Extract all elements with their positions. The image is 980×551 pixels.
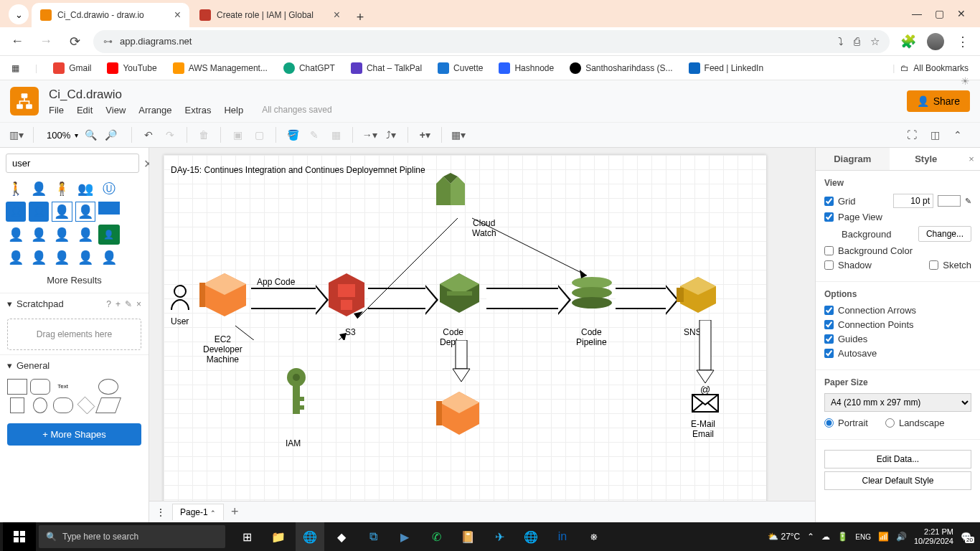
diagram-paper[interactable]: DAy-15: Continues Integration and Contin… — [164, 155, 766, 522]
arrow-pipeline-sns[interactable] — [616, 288, 666, 309]
line-color-icon[interactable]: ✎ — [306, 127, 322, 143]
help-icon[interactable]: ? — [106, 299, 111, 309]
change-bg-button[interactable]: Change... — [918, 226, 971, 242]
shape-textbox[interactable] — [76, 379, 96, 395]
add-icon[interactable]: + — [116, 299, 121, 309]
shape-badge-user[interactable]: 👤 — [6, 202, 26, 222]
browser-tab-active[interactable]: Ci_Cd.drawio - draw.io × — [32, 3, 189, 27]
screen-icon[interactable]: ⎙ — [854, 35, 860, 47]
site-settings-icon[interactable]: ⊶ — [103, 36, 113, 47]
edit-icon[interactable]: ✎ — [965, 197, 971, 206]
shape-user-circle[interactable]: Ⓤ — [98, 179, 120, 199]
notifications-icon[interactable]: 💬20 — [961, 532, 971, 542]
menu-edit[interactable]: Edit — [77, 105, 93, 116]
tray-cloud-icon[interactable]: ☁ — [821, 532, 830, 542]
tray-chevron-icon[interactable]: ⌃ — [807, 532, 814, 542]
minimize-icon[interactable]: — — [912, 8, 922, 19]
shape-user-b1[interactable]: 👤 — [29, 248, 49, 268]
tray-clock[interactable]: 2:21 PM 10/29/2024 — [914, 527, 953, 546]
shape-user-blue[interactable]: 🧍 — [52, 179, 72, 199]
node-email[interactable]: @ — [691, 386, 720, 416]
start-button[interactable] — [3, 522, 36, 551]
tab-style[interactable]: Style — [890, 148, 963, 170]
bookmark-chatgpt[interactable]: ChatGPT — [283, 62, 335, 74]
node-codedeploy[interactable] — [436, 270, 483, 319]
tray-wifi-icon[interactable]: 📶 — [878, 532, 889, 542]
shape-user-card[interactable] — [98, 202, 120, 215]
shape-pill[interactable] — [53, 397, 73, 413]
more-results-button[interactable]: More Results — [0, 268, 149, 293]
shape-user-line[interactable]: 👤 — [29, 225, 49, 245]
node-codepipeline[interactable] — [569, 270, 616, 319]
extensions-icon[interactable]: 🧩 — [898, 32, 918, 52]
connection-icon[interactable]: →▾ — [362, 127, 377, 143]
bookmark-youtube[interactable]: YouTube — [107, 62, 156, 74]
arrow-codedeploy-pipeline[interactable] — [486, 288, 558, 309]
appearance-icon[interactable]: ☀ — [961, 75, 970, 87]
all-bookmarks[interactable]: 🗀All Bookmarks — [900, 63, 969, 73]
delete-icon[interactable]: 🗑 — [196, 127, 212, 143]
back-icon[interactable]: ← — [7, 32, 27, 52]
close-icon[interactable]: × — [136, 299, 141, 309]
shape-text[interactable]: Text — [53, 379, 73, 395]
bookmark-hashnode[interactable]: Hashnode — [499, 62, 554, 74]
conn-arrows-checkbox[interactable] — [824, 306, 834, 315]
node-s3[interactable] — [325, 270, 368, 323]
shape-user-dark[interactable]: 👤 — [6, 248, 26, 268]
drawio-logo-icon[interactable] — [10, 87, 39, 116]
redo-icon[interactable]: ↷ — [162, 127, 178, 143]
menu-help[interactable]: Help — [224, 105, 243, 116]
fullscreen-icon[interactable]: ⛶ — [904, 127, 920, 143]
menu-view[interactable]: View — [105, 105, 126, 116]
edit-icon[interactable]: ✎ — [125, 299, 132, 309]
shadow-icon[interactable]: ▦ — [328, 127, 344, 143]
telegram-icon[interactable]: ✈ — [485, 522, 514, 551]
bookmark-aws[interactable]: AWS Management... — [173, 62, 268, 74]
grid-size-input[interactable] — [893, 194, 933, 208]
explorer-icon[interactable]: 📁 — [264, 522, 293, 551]
grid-color-swatch[interactable] — [938, 195, 961, 207]
shape-user-outline[interactable]: 👤 — [29, 179, 49, 199]
menu-file[interactable]: File — [49, 105, 64, 116]
shape-user-box2[interactable]: 👤 — [75, 202, 95, 222]
menu-arrange[interactable]: Arrange — [138, 105, 171, 116]
close-window-icon[interactable]: ✕ — [957, 8, 966, 19]
tab-diagram[interactable]: Diagram — [816, 148, 890, 170]
waypoints-icon[interactable]: ⤴▾ — [383, 127, 399, 143]
shape-user-b3[interactable]: 👤 — [98, 248, 120, 268]
app-icon-1[interactable]: ◆ — [327, 522, 356, 551]
shape-user-gear[interactable]: 👤 — [75, 248, 95, 268]
taskbar-search[interactable]: 🔍 Type here to search — [39, 525, 225, 548]
bookmark-linkedin[interactable]: Feed | LinkedIn — [689, 62, 764, 74]
shape-parallelogram[interactable] — [95, 397, 121, 413]
reload-icon[interactable]: ⟳ — [65, 32, 85, 52]
shape-user-pair[interactable]: 👥 — [75, 179, 95, 199]
chrome-icon[interactable]: 🌐 — [296, 522, 324, 551]
app-icon-2[interactable]: 📔 — [453, 522, 482, 551]
scratchpad-header[interactable]: ▾ Scratchpad ? + ✎ × — [0, 293, 149, 314]
share-button[interactable]: 👤 Share — [907, 90, 970, 112]
arrow-down-codedeploy[interactable] — [447, 340, 476, 383]
pages-menu-icon[interactable]: ⋮ — [156, 507, 165, 517]
close-icon[interactable]: × — [174, 9, 181, 22]
shape-user-b2[interactable]: 👤 — [52, 248, 72, 268]
table-icon[interactable]: ▦▾ — [451, 127, 466, 143]
shape-user-box1[interactable]: 👤 — [52, 202, 72, 222]
arrow-down-sns[interactable] — [691, 320, 720, 385]
shape-user-green[interactable]: 👤 — [98, 225, 120, 245]
shape-user-stick[interactable]: 🚶 — [6, 179, 26, 199]
insert-icon[interactable]: +▾ — [417, 127, 433, 143]
shape-user-plus[interactable]: 👤 — [75, 225, 95, 245]
shape-roundrect[interactable] — [30, 379, 50, 395]
conn-points-checkbox[interactable] — [824, 320, 834, 329]
shape-diamond[interactable] — [77, 397, 95, 415]
bookmark-talkpal[interactable]: Chat – TalkPal — [351, 62, 422, 74]
bookmark-cuvette[interactable]: Cuvette — [438, 62, 483, 74]
task-view-icon[interactable]: ⊞ — [232, 522, 261, 551]
shape-badge-user2[interactable]: 👤 — [29, 202, 49, 222]
zoom-out-icon[interactable]: 🔎 — [103, 127, 118, 143]
powershell-icon[interactable]: ▶ — [390, 522, 419, 551]
whatsapp-icon[interactable]: ✆ — [422, 522, 451, 551]
tray-battery-icon[interactable]: 🔋 — [837, 532, 848, 542]
portrait-radio[interactable] — [824, 418, 834, 428]
